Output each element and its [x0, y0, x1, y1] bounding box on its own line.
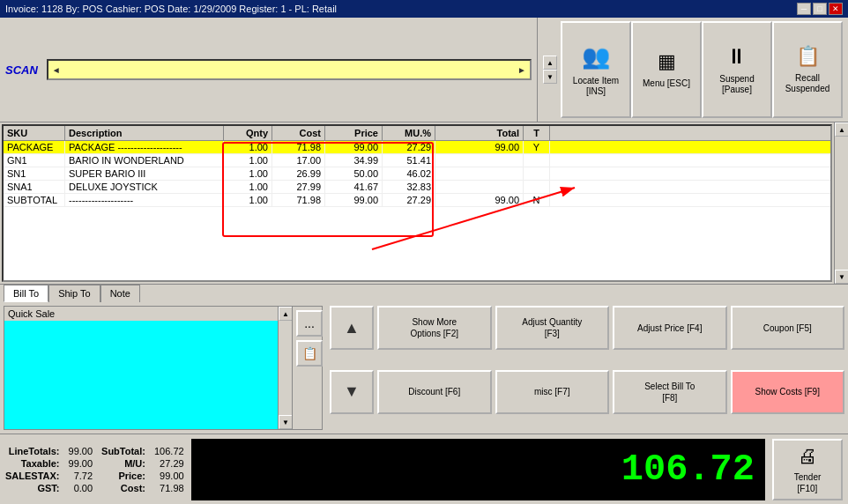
cell-total — [435, 154, 524, 167]
suspend-button[interactable]: ⏸ Suspend[Pause] — [702, 21, 772, 118]
down-arrow-button[interactable]: ▼ — [330, 370, 374, 414]
scan-right-arrow: ► — [514, 65, 530, 75]
adjust-quantity-button[interactable]: Adjust Quantity[F3] — [495, 306, 610, 350]
close-button[interactable]: ✕ — [829, 3, 843, 15]
maximize-button[interactable]: □ — [813, 3, 827, 15]
tender-icon: 🖨 — [798, 445, 817, 468]
cell-desc: PACKAGE -------------------- — [65, 141, 224, 153]
gst-label: GST: — [5, 483, 60, 493]
recall-suspended-button[interactable]: 📋 RecallSuspended — [772, 21, 843, 118]
scroll-up[interactable]: ▲ — [835, 122, 848, 137]
cell-price: 41.67 — [325, 181, 383, 193]
qs-scroll-down[interactable]: ▼ — [279, 415, 293, 429]
cell-price: 99.00 — [325, 141, 383, 153]
tender-button[interactable]: 🖨 Tender[F10] — [772, 439, 843, 500]
grid-header: SKU Description Qnty Cost Price MU.% Tot… — [4, 126, 830, 141]
cell-qty: 1.00 — [224, 154, 272, 167]
header-desc: Description — [65, 126, 224, 140]
cell-desc: BARIO IN WONDERLAND — [65, 154, 224, 167]
header-sku: SKU — [4, 126, 65, 140]
locate-item-icon: 👥 — [582, 43, 610, 70]
table-row[interactable]: SN1 SUPER BARIO III 1.00 26.99 50.00 46.… — [4, 167, 830, 181]
header-total: Total — [435, 126, 524, 140]
price-label: Price: — [101, 471, 145, 481]
tab-bill-to[interactable]: Bill To — [4, 285, 48, 302]
cell-sku: GN1 — [4, 154, 65, 167]
cell-cost: 27.99 — [272, 181, 325, 193]
gst-value: 0.00 — [69, 483, 93, 493]
header-qty: Qnty — [224, 126, 272, 140]
taxable-value: 99.00 — [69, 458, 93, 469]
table-row[interactable]: SNA1 DELUXE JOYSTICK 1.00 27.99 41.67 32… — [4, 181, 830, 194]
quick-sale-label: Quick Sale — [4, 307, 278, 321]
cell-qty: 1.00 — [224, 167, 272, 180]
coupon-button[interactable]: Coupon [F5] — [731, 306, 845, 350]
window-controls: ─ □ ✕ — [797, 3, 843, 15]
minimize-button[interactable]: ─ — [797, 3, 811, 15]
locate-item-label: Locate Item[INS] — [573, 76, 619, 97]
qs-btn-2[interactable]: 📋 — [296, 340, 323, 367]
scroll-down-button[interactable]: ▼ — [543, 70, 557, 84]
adjust-price-button[interactable]: Adjust Price [F4] — [613, 306, 727, 350]
recall-label: RecallSuspended — [785, 73, 830, 94]
cell-sku: SUBTOTAL — [4, 194, 65, 206]
window-title: Invoice: 1128 By: POS Cashier: POS Date:… — [5, 4, 337, 14]
cell-cost: 17.00 — [272, 154, 325, 167]
footer-totals: LineTotals: 99.00 SubTotal: 106.72 Taxab… — [5, 446, 184, 493]
footer: LineTotals: 99.00 SubTotal: 106.72 Taxab… — [0, 434, 848, 504]
scan-label: SCAN — [5, 63, 38, 77]
cell-qty: 1.00 — [224, 181, 272, 193]
mu-value: 27.29 — [154, 458, 184, 469]
select-bill-button[interactable]: Select Bill To[F8] — [613, 370, 727, 414]
title-bar: Invoice: 1128 By: POS Cashier: POS Date:… — [0, 0, 848, 18]
cell-desc: DELUXE JOYSTICK — [65, 181, 224, 193]
cell-qty: 1.00 — [224, 141, 272, 153]
cell-t — [524, 181, 550, 193]
cell-total: 99.00 — [435, 141, 524, 153]
salestax-value: 7.72 — [69, 471, 93, 481]
locate-item-button[interactable]: 👥 Locate Item[INS] — [561, 21, 631, 118]
cell-t — [524, 154, 550, 167]
tabs-bar: Bill To Ship To Note — [0, 284, 848, 302]
table-row[interactable]: GN1 BARIO IN WONDERLAND 1.00 17.00 34.99… — [4, 154, 830, 167]
cell-t: N — [524, 194, 550, 206]
subtotal-value: 106.72 — [154, 446, 184, 456]
cell-total — [435, 181, 524, 193]
up-arrow-button[interactable]: ▲ — [330, 306, 374, 350]
total-amount: 106.72 — [621, 448, 755, 491]
cell-price: 99.00 — [325, 194, 383, 206]
table-row[interactable]: PACKAGE PACKAGE -------------------- 1.0… — [4, 141, 830, 154]
show-more-button[interactable]: Show MoreOptions [F2] — [377, 306, 492, 350]
total-display: 106.72 — [191, 439, 765, 500]
discount-button[interactable]: Discount [F6] — [377, 370, 492, 414]
scan-input[interactable] — [64, 61, 514, 78]
menu-button[interactable]: ▦ Menu [ESC] — [631, 21, 702, 118]
menu-label: Menu [ESC] — [643, 78, 690, 89]
cell-cost: 26.99 — [272, 167, 325, 180]
show-costs-button[interactable]: Show Costs [F9] — [731, 370, 845, 414]
qs-btn-1[interactable]: ... — [296, 310, 323, 337]
tab-note[interactable]: Note — [100, 285, 140, 302]
salestax-label: SALESTAX: — [5, 471, 60, 481]
cell-desc: SUPER BARIO III — [65, 167, 224, 180]
cell-price: 50.00 — [325, 167, 383, 180]
cell-mu: 46.02 — [383, 167, 435, 180]
subtotal-label: SubTotal: — [101, 446, 145, 456]
table-row[interactable]: SUBTOTAL -------------------- 1.00 71.98… — [4, 194, 830, 207]
recall-icon: 📋 — [796, 45, 820, 68]
cell-sku: PACKAGE — [4, 141, 65, 153]
tab-ship-to[interactable]: Ship To — [48, 285, 100, 302]
suspend-icon: ⏸ — [726, 44, 748, 69]
qs-scroll-up[interactable]: ▲ — [279, 307, 293, 321]
misc-button[interactable]: misc [F7] — [495, 370, 610, 414]
suspend-label: Suspend[Pause] — [719, 74, 754, 95]
scan-left-arrow: ◄ — [48, 65, 64, 75]
mu-label: M/U: — [101, 458, 145, 469]
scroll-down[interactable]: ▼ — [835, 270, 848, 284]
price-value: 99.00 — [154, 471, 184, 481]
scroll-up-button[interactable]: ▲ — [543, 56, 557, 70]
header-t: T — [524, 126, 550, 140]
header-cost: Cost — [272, 126, 325, 140]
grid-scrollbar[interactable]: ▲ ▼ — [834, 122, 848, 284]
header-price: Price — [325, 126, 383, 140]
